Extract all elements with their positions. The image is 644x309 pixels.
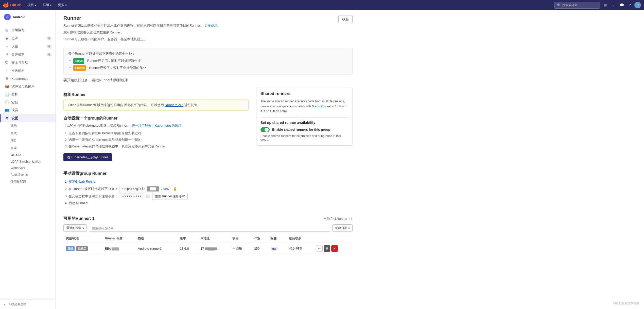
two-column-layout: 群组Runner Gitlab群组Runner可以用来运行群组内所有项目的代码。…	[63, 87, 353, 210]
sidebar-item-mergerequests[interactable]: ⑂ 合并请求 0	[0, 50, 56, 59]
row-actions: ✏ ⏸ ✕	[314, 243, 353, 254]
token-box: 📋	[119, 193, 150, 200]
wiki-icon: 📄	[5, 100, 9, 104]
left-column: 群组Runner Gitlab群组Runner可以用来运行群组内所有项目的代码。…	[63, 87, 249, 210]
grid-icon[interactable]: ⊞	[602, 2, 609, 9]
set-avail-title: Set up shared runner availability	[260, 121, 348, 125]
sidebar-sub-repo[interactable]: 仓库	[0, 144, 56, 152]
more-info-link[interactable]: 更多信息	[204, 24, 218, 27]
sidebar-sub-webhooks[interactable]: Webhooks	[0, 165, 56, 171]
auto-setup-steps: 点击下面的按钮转到Kubernetes页面开始安装过程 选择一个既有的Kuber…	[63, 130, 249, 150]
auto-setup-desc: 可以轻松地在Kubernetes集群上安装Runner。 进一步了解关于Kube…	[63, 123, 249, 128]
sidebar-sub-projects[interactable]: 项目	[0, 137, 56, 144]
copy-url-icon[interactable]: 🔒	[173, 187, 177, 191]
row-ip: 17 ████	[198, 243, 230, 254]
merge-request-icon[interactable]: ⑂	[610, 2, 617, 9]
runners-title: 可用的Runner: 1	[63, 216, 95, 221]
sidebar-item-settings[interactable]: ⚙ 设置	[0, 114, 56, 122]
kubernetes-icon: ☸	[5, 76, 9, 81]
manual-setup-steps: 安装GitLab Runner 在 Runner 设置时指定以下 URL： ht…	[63, 178, 249, 206]
nav-more[interactable]: 更多 ▾	[56, 2, 69, 8]
sidebar-item-issues[interactable]: ○ 议题 0	[0, 42, 56, 50]
runner-desc: Runner是GitLab获取和执行行流水线作业的进程，在这里您可以注册并查看当…	[63, 23, 218, 28]
group-type-badge: 群组	[66, 246, 75, 251]
sidebar-sub-ldap[interactable]: LDAP Synchronization	[0, 158, 56, 165]
row-last-contact: 41分钟前	[286, 243, 314, 254]
status-info-box: 每个Runner可以处于以下状态中的其中一种： active - Runner已…	[63, 47, 353, 74]
nav-groups[interactable]: 群组 ▾	[41, 2, 54, 8]
issues-icon: ○	[5, 44, 9, 48]
tag-badge: dal	[270, 247, 278, 250]
col-token: Runner 令牌	[102, 234, 135, 243]
pause-runner-button[interactable]: ⏸	[324, 245, 330, 252]
manual-setup-title: 手动设置group Runner	[63, 171, 249, 176]
copy-token-icon[interactable]: 📋	[146, 193, 150, 200]
collapse-icon: «	[4, 303, 6, 306]
shared-runners-toggle[interactable]	[260, 127, 270, 132]
mr-icon: ⑂	[5, 52, 9, 56]
shared-runners-desc: The same shared runner executes code fro…	[260, 99, 348, 114]
collapse-button[interactable]: 收起	[338, 15, 353, 23]
sidebar-item-kubernetes[interactable]: ☸ Kubernetes	[0, 75, 56, 82]
runner-desc3: Runner可以放在不同的用户、服务器，甚至本地机器上。	[63, 37, 218, 42]
help-icon[interactable]: ?	[626, 2, 633, 9]
recent-search-dropdown[interactable]: 最近的搜索 ▾	[63, 224, 87, 232]
install-k8s-button[interactable]: 在Kubernetes上安装Runner	[63, 153, 112, 161]
top-navigation: GitLab 项目 ▾ 群组 ▾ 更多 ▾ 🔍 搜索或转到... ⊞ ⑂ 💬 ?…	[0, 0, 644, 10]
comment-icon[interactable]: 💬	[618, 2, 625, 9]
shared-runners-title: Shared runners	[260, 91, 348, 96]
sidebar-item-epics[interactable]: ◈ 史诗 0	[0, 34, 56, 42]
maxbuilds-link[interactable]: MaxBuilds	[312, 105, 326, 108]
shared-runners-box: Shared runners The same shared runner ex…	[256, 87, 353, 146]
settings-icon: ⚙	[5, 116, 9, 120]
sidebar-sub-general[interactable]: 通用	[0, 122, 56, 130]
sidebar-item-overview[interactable]: ⊞ 群组概览	[0, 26, 56, 34]
online-count: 当前在线Runner：1	[323, 217, 353, 221]
main-content: Runner Runner是GitLab获取和执行行流水线作业的进程，在这里您可…	[56, 10, 644, 309]
user-avatar[interactable]: U	[634, 2, 641, 8]
runner-title: Runner	[63, 15, 218, 21]
toggle-row: Enable shared runners for this group	[260, 127, 348, 132]
edit-runner-button[interactable]: ✏	[316, 245, 323, 252]
install-runner-link[interactable]: 安装GitLab Runner	[68, 180, 97, 183]
table-header: 类型/状态 Runner 令牌 描述 版本 IP地址 项目 作业 标签 最后联系	[63, 234, 353, 243]
col-contact: 最后联系	[286, 234, 314, 243]
table-filters: 最近的搜索 ▾ 创建日期 ▾	[63, 224, 353, 232]
sidebar-sub-usage[interactable]: 使用量配额	[0, 178, 56, 185]
toggle-label: Enable shared runners for this group	[272, 128, 330, 131]
runner-desc2: 您可以根据需要设置任意数量的Runner。	[63, 30, 218, 35]
gitlab-logo[interactable]: GitLab	[3, 2, 21, 8]
analytics-icon: 📊	[5, 92, 9, 96]
runners-header: 可用的Runner: 1 当前在线Runner：1	[63, 216, 353, 221]
group-runner-title: 群组Runner	[63, 92, 249, 98]
sidebar-sub-audit[interactable]: Audit Events	[0, 171, 56, 178]
sidebar-item-pushrules[interactable]: ↑ 推送规则	[0, 67, 56, 75]
sidebar-header: A Android	[0, 10, 56, 24]
sidebar-sub-integration[interactable]: 集成	[0, 130, 56, 137]
sidebar-collapse[interactable]: « 《 收起侧边栏	[0, 299, 56, 309]
delete-runner-button[interactable]: ✕	[331, 245, 338, 252]
col-ip: IP地址	[198, 234, 230, 243]
watermark: ©稀土掘金技术社区	[613, 301, 639, 305]
runner-url-box: https://gitla ████ .com/	[119, 185, 172, 193]
sidebar-item-security[interactable]: 🛡 安全与合规	[0, 59, 56, 67]
reset-token-button[interactable]: 重置 Runner 注册令牌	[152, 193, 188, 200]
runners-api-link[interactable]: Runners API	[165, 103, 183, 107]
col-jobs: 作业	[252, 234, 268, 243]
sidebar-item-wiki[interactable]: 📄 Wiki	[0, 99, 56, 106]
nav-icons: ⊞ ⑂ 💬 ? U	[602, 2, 641, 9]
k8s-info-link[interactable]: 进一步了解关于Kubernetes的信息	[132, 124, 182, 127]
row-jobs: 359	[252, 243, 268, 254]
sidebar-item-packages[interactable]: 📦 软件包与镜像库	[0, 82, 56, 90]
sidebar-item-members[interactable]: 👥 成员	[0, 106, 56, 114]
nav-projects[interactable]: 项目 ▾	[25, 2, 39, 8]
col-actions	[314, 234, 353, 243]
search-box[interactable]: 🔍 搜索或转到...	[554, 2, 600, 9]
token-input[interactable]	[119, 194, 144, 199]
search-filter-input[interactable]	[89, 225, 330, 231]
active-badge: active	[73, 58, 84, 64]
sidebar-item-analytics[interactable]: 📊 分析	[0, 90, 56, 99]
row-token: EBo ████	[102, 243, 135, 254]
date-filter-dropdown[interactable]: 创建日期 ▾	[332, 224, 353, 232]
sidebar-sub-cicd[interactable]: CI / CD	[0, 152, 56, 158]
